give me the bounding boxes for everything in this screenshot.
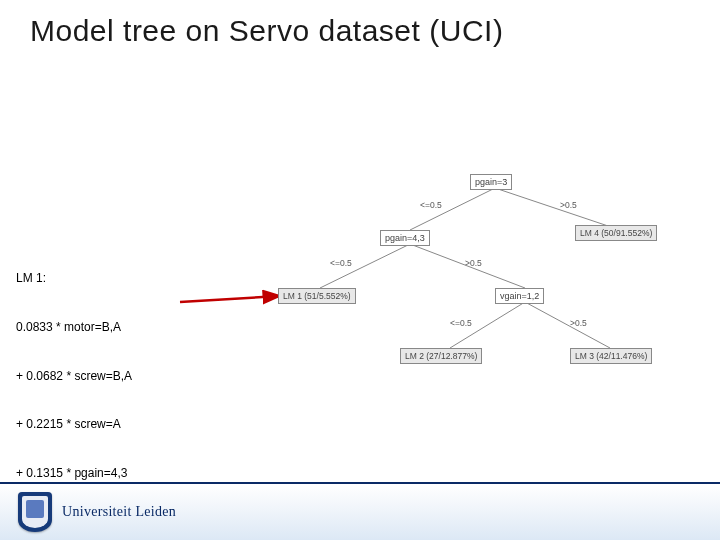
lm-line: 0.0833 * motor=B,A	[16, 319, 132, 335]
svg-line-0	[180, 296, 280, 302]
footer-bar: Universiteit Leiden	[0, 482, 720, 540]
tree-leaf-lm4: LM 4 (50/91.552%)	[575, 225, 657, 241]
tree-node: pgain=4,3	[380, 230, 430, 246]
lm-header: LM 1:	[16, 270, 132, 286]
edge-label: >0.5	[465, 258, 482, 268]
svg-line-6	[525, 302, 610, 348]
model-tree-diagram: pgain=3 pgain=4,3 LM 4 (50/91.552%) LM 1…	[280, 170, 710, 400]
tree-leaf-lm1: LM 1 (51/5.552%)	[278, 288, 356, 304]
arrow-icon	[180, 290, 290, 310]
university-name: Universiteit Leiden	[62, 504, 176, 520]
tree-node-root: pgain=3	[470, 174, 512, 190]
edge-label: <=0.5	[450, 318, 472, 328]
tree-leaf-lm3: LM 3 (42/11.476%)	[570, 348, 652, 364]
university-logo: Universiteit Leiden	[18, 492, 176, 532]
tree-edges	[280, 170, 710, 400]
tree-node: vgain=1,2	[495, 288, 544, 304]
lm-line: + 0.0682 * screw=B,A	[16, 368, 132, 384]
tree-leaf-lm2: LM 2 (27/12.877%)	[400, 348, 482, 364]
edge-label: >0.5	[560, 200, 577, 210]
edge-label: <=0.5	[420, 200, 442, 210]
svg-line-2	[495, 188, 620, 230]
seal-icon	[18, 492, 52, 532]
edge-label: <=0.5	[330, 258, 352, 268]
lm-line: + 0.2215 * screw=A	[16, 416, 132, 432]
lm-line: + 0.1315 * pgain=4,3	[16, 465, 132, 481]
edge-label: >0.5	[570, 318, 587, 328]
slide-title: Model tree on Servo dataset (UCI)	[30, 14, 503, 48]
